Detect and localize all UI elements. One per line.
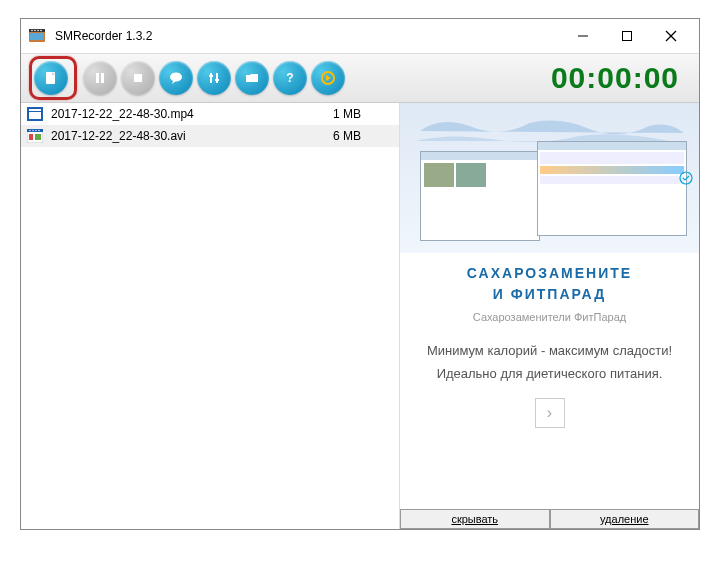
svg-rect-19 bbox=[215, 79, 219, 81]
svg-rect-23 bbox=[29, 109, 41, 111]
ad-banner-image[interactable] bbox=[400, 103, 699, 253]
svg-point-33 bbox=[680, 172, 692, 184]
svg-point-28 bbox=[32, 130, 33, 131]
svg-rect-13 bbox=[101, 73, 104, 83]
svg-rect-1 bbox=[30, 33, 44, 40]
svg-point-27 bbox=[29, 130, 30, 131]
svg-point-5 bbox=[37, 30, 39, 32]
svg-rect-24 bbox=[29, 112, 41, 119]
ad-next-button[interactable]: › bbox=[535, 398, 565, 428]
file-name: 2017-12-22_22-48-30.mp4 bbox=[51, 107, 333, 121]
folder-button[interactable] bbox=[235, 61, 269, 95]
file-size: 1 MB bbox=[333, 107, 393, 121]
svg-point-3 bbox=[31, 30, 33, 32]
file-name: 2017-12-22_22-48-30.avi bbox=[51, 129, 333, 143]
pause-button[interactable] bbox=[83, 61, 117, 95]
settings-button[interactable] bbox=[197, 61, 231, 95]
body-area: 2017-12-22_22-48-30.mp4 1 MB 2017-12-22_… bbox=[21, 103, 699, 529]
ad-panel: САХАРОЗАМЕНИТЕ И ФИТПАРАД Сахарозамените… bbox=[399, 103, 699, 529]
play-button[interactable] bbox=[311, 61, 345, 95]
file-size: 6 MB bbox=[333, 129, 393, 143]
toolbar: ? 00:00:00 bbox=[21, 53, 699, 103]
new-record-button[interactable] bbox=[34, 61, 68, 95]
svg-point-4 bbox=[34, 30, 36, 32]
app-icon bbox=[27, 26, 47, 46]
minimize-button[interactable] bbox=[561, 21, 605, 51]
svg-text:?: ? bbox=[286, 71, 293, 85]
file-list: 2017-12-22_22-48-30.mp4 1 MB 2017-12-22_… bbox=[21, 103, 399, 529]
svg-rect-32 bbox=[35, 134, 41, 140]
svg-rect-31 bbox=[29, 134, 33, 140]
maximize-button[interactable] bbox=[605, 21, 649, 51]
ad-controls: скрывать удаление bbox=[400, 509, 699, 529]
list-item[interactable]: 2017-12-22_22-48-30.avi 6 MB bbox=[21, 125, 399, 147]
ad-text: САХАРОЗАМЕНИТЕ И ФИТПАРАД Сахарозамените… bbox=[400, 253, 699, 438]
ad-info-icon[interactable] bbox=[679, 171, 693, 185]
svg-point-30 bbox=[38, 130, 39, 131]
video-file-icon bbox=[27, 107, 43, 121]
window-title: SMRecorder 1.3.2 bbox=[55, 29, 561, 43]
stop-button[interactable] bbox=[121, 61, 155, 95]
svg-rect-8 bbox=[623, 32, 632, 41]
window-controls bbox=[561, 21, 693, 51]
titlebar: SMRecorder 1.3.2 bbox=[21, 19, 699, 53]
video-file-icon bbox=[27, 129, 43, 143]
help-button[interactable]: ? bbox=[273, 61, 307, 95]
svg-rect-16 bbox=[210, 73, 212, 83]
svg-rect-12 bbox=[96, 73, 99, 83]
timer-display: 00:00:00 bbox=[551, 61, 679, 95]
highlight-ring bbox=[29, 56, 77, 100]
svg-point-29 bbox=[35, 130, 36, 131]
app-window: SMRecorder 1.3.2 bbox=[20, 18, 700, 530]
remove-ad-button[interactable]: удаление bbox=[550, 509, 700, 529]
ad-headline: САХАРОЗАМЕНИТЕ И ФИТПАРАД bbox=[420, 263, 679, 305]
svg-point-6 bbox=[40, 30, 42, 32]
annotate-button[interactable] bbox=[159, 61, 193, 95]
svg-point-15 bbox=[170, 73, 182, 82]
svg-rect-14 bbox=[134, 74, 142, 82]
svg-rect-18 bbox=[209, 75, 213, 77]
ad-body: Минимум калорий - максимум сладости! Иде… bbox=[420, 339, 679, 386]
ad-subtitle: Сахарозаменители ФитПарад bbox=[420, 311, 679, 323]
svg-rect-17 bbox=[216, 73, 218, 83]
hide-ad-button[interactable]: скрывать bbox=[400, 509, 550, 529]
list-item[interactable]: 2017-12-22_22-48-30.mp4 1 MB bbox=[21, 103, 399, 125]
close-button[interactable] bbox=[649, 21, 693, 51]
